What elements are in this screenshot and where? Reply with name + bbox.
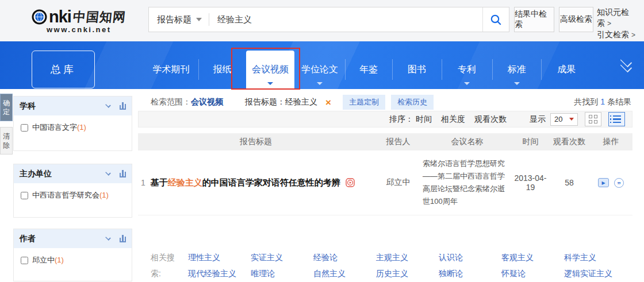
logo-chinese: 中国知网 (72, 9, 126, 26)
nav-total-library[interactable]: 总库 (32, 51, 95, 88)
search-icon (490, 14, 502, 26)
result-date: 2013-04-19 (512, 150, 549, 215)
related-link[interactable]: 经验论 (313, 249, 376, 265)
page-size-select[interactable]: 20 (550, 113, 578, 126)
search-in-results-label: 结果中检索 (515, 9, 554, 30)
remove-term-icon[interactable]: × (325, 98, 331, 107)
related-link[interactable]: 独断论 (439, 265, 501, 281)
related-link[interactable]: 实证主义 (251, 249, 313, 265)
filter-panel-subject: 学科 中国语言文字(1) (13, 96, 132, 151)
related-link[interactable]: 客观主义 (501, 249, 564, 265)
chevron-down-icon (569, 118, 574, 121)
filter-panel-header[interactable]: 作者 (14, 229, 132, 248)
citation-search-link[interactable]: 引文检索> (597, 29, 635, 41)
main-navigation: 总库 学术期刊 报纸 会议视频 学位论文 年鉴 图书 专利 标准 成果 (0, 41, 644, 89)
search-button[interactable] (482, 7, 509, 32)
nav-tab-books[interactable]: 图书 (392, 51, 442, 89)
nav-tab-standards[interactable]: 标准 (492, 51, 541, 89)
citation-search-label: 引文检索 (597, 30, 629, 39)
conference-name: 索绪尔语言哲学思想研究——第二届中西语言哲学高层论坛暨纪念索绪尔逝世100周年 (423, 157, 512, 208)
result-count-number: 1 (598, 97, 607, 106)
clear-button[interactable]: 清除 (0, 127, 13, 154)
views-value: 58 (565, 178, 574, 187)
search-in-results-button[interactable]: 结果中检索 (514, 7, 554, 32)
nav-tab-academic-journals[interactable]: 学术期刊 (144, 51, 198, 89)
list-view-button[interactable] (608, 112, 625, 126)
nav-tab-achievements[interactable]: 成果 (541, 51, 592, 89)
nav-tab-label: 专利 (458, 64, 476, 76)
expand-more-button[interactable] (616, 56, 637, 75)
sort-bar: 排序： 时间 相关度 观看次数 显示 20 (138, 111, 632, 128)
sort-option-views[interactable]: 观看次数 (474, 114, 507, 125)
play-button[interactable]: ▶ (598, 178, 609, 187)
filter-checkbox[interactable] (21, 257, 28, 264)
nav-tab-label: 报纸 (213, 64, 232, 76)
grid-icon (589, 115, 597, 123)
related-link[interactable]: 现代经验主义 (188, 265, 251, 281)
logo-url: www.cnki.net (47, 25, 141, 34)
display-label: 显示 (530, 114, 546, 125)
topic-subscribe-button[interactable]: 主题定制 (343, 95, 385, 110)
speaker-name: 邱立中 (386, 177, 411, 188)
sort-option-relevance[interactable]: 相关度 (441, 114, 465, 125)
nav-tab-dissertations[interactable]: 学位论文 (294, 51, 345, 89)
arrow-right-icon: > (607, 20, 611, 28)
sort-option-time[interactable]: 时间 (416, 114, 432, 125)
date-value: 2013-04-19 (512, 173, 549, 192)
cnki-search-page: nki 中国知网 www.cnki.net 报告标题 结果中检索 高级检 (0, 0, 644, 282)
related-link[interactable]: 自然主义 (313, 265, 376, 281)
result-speaker[interactable]: 邱立中 (374, 150, 423, 215)
bar-chart-icon[interactable] (120, 103, 126, 110)
list-icon (613, 115, 621, 123)
bar-chart-icon[interactable] (120, 235, 126, 242)
related-link[interactable]: 主观主义 (376, 249, 439, 265)
filter-option[interactable]: 中西语言哲学研究会(1) (14, 183, 132, 200)
cnki-logo[interactable]: nki 中国知网 www.cnki.net (32, 7, 141, 34)
table-row: 1 基于经验主义的中国语言学家对语符任意性的考辨 邱立中 索绪尔语言哲学思想研究… (138, 150, 632, 215)
chevron-down-icon[interactable] (105, 235, 111, 241)
result-title-link[interactable]: 基于经验主义的中国语言学家对语符任意性的考辨 (151, 177, 340, 188)
advanced-search-button[interactable]: 高级检索 (559, 7, 593, 32)
nav-tab-conference-videos[interactable]: 会议视频 (246, 51, 294, 89)
related-link[interactable]: 逻辑实证主义 (564, 265, 627, 281)
search-field-select[interactable]: 报告标题 (149, 7, 209, 32)
filter-option-label: 中国语言文字 (32, 123, 77, 132)
search-field-label: 报告标题 (157, 14, 191, 25)
table-header: 报告标题 报告人 会议名称 时间 观看次数 操作 (138, 133, 632, 150)
knowledge-search-link[interactable]: 知识元检索> (597, 7, 635, 29)
related-link[interactable]: 怀疑论 (501, 265, 564, 281)
filter-checkbox[interactable] (21, 192, 28, 199)
scope-value-link[interactable]: 会议视频 (191, 97, 223, 107)
confirm-button[interactable]: 确定 (0, 94, 13, 121)
related-link[interactable]: 历史主义 (376, 265, 439, 281)
video-icon (346, 178, 355, 187)
column-header-actions: 操作 (589, 137, 632, 147)
related-link[interactable]: 认识论 (439, 249, 501, 265)
filter-panel-title: 主办单位 (20, 169, 106, 179)
search-history-button[interactable]: 检索历史 (391, 95, 434, 110)
filter-checkbox[interactable] (21, 124, 28, 132)
nav-tab-yearbooks[interactable]: 年鉴 (345, 51, 392, 89)
filter-option-count: (1) (99, 191, 109, 199)
related-link[interactable]: 唯理论 (251, 265, 313, 281)
nav-tab-newspapers[interactable]: 报纸 (198, 51, 246, 89)
grid-view-button[interactable] (585, 112, 601, 126)
related-link[interactable]: 理性主义 (188, 249, 251, 265)
filter-panel-header[interactable]: 学科 (14, 96, 132, 115)
filter-option-count: (1) (77, 123, 86, 132)
filter-panel-header[interactable]: 主办单位 (14, 164, 132, 183)
cite-button[interactable]: ” (614, 178, 624, 188)
related-search-row: 现代经验主义 唯理论 自然主义 历史主义 独断论 怀疑论 逻辑实证主义 (188, 265, 627, 281)
chevron-down-icon[interactable] (105, 102, 111, 108)
result-count-suffix: 条结果 (607, 97, 631, 106)
related-search-section: 相关搜索: 理性主义 实证主义 经验论 主观主义 认识论 客观主义 科学主义 现… (151, 249, 627, 281)
filter-option[interactable]: 邱立中(1) (14, 248, 132, 265)
column-header-conference: 会议名称 (423, 137, 512, 147)
filter-option[interactable]: 中国语言文字(1) (14, 115, 132, 133)
chevron-down-icon[interactable] (105, 170, 111, 176)
title-text: 的中国语言学家对语符任意性的考辨 (202, 177, 340, 187)
search-input[interactable] (209, 7, 482, 32)
bar-chart-icon[interactable] (120, 171, 126, 177)
related-link[interactable]: 科学主义 (564, 249, 627, 265)
nav-tab-patents[interactable]: 专利 (442, 51, 492, 89)
